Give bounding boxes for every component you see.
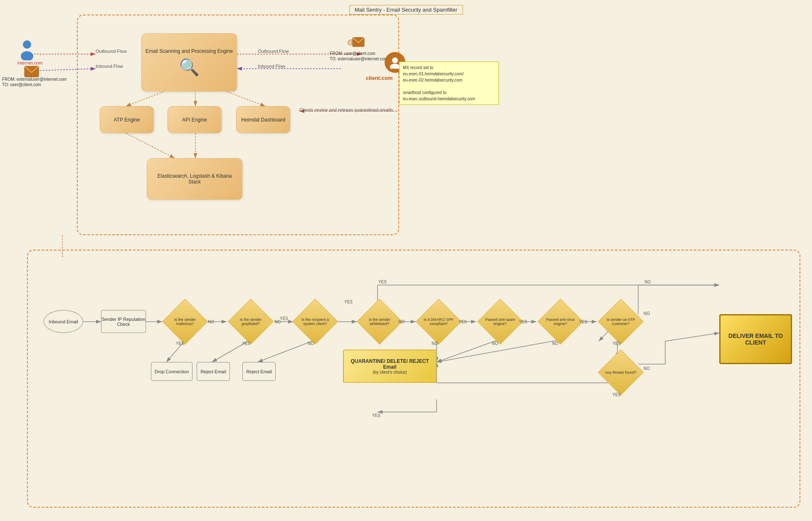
deliver-email-box: DELIVER EMAIL TO CLIENT <box>719 314 792 364</box>
antispam-yes-label: YES <box>519 320 527 324</box>
malicious-yes-label: YES <box>176 341 184 346</box>
svg-point-51 <box>392 57 398 63</box>
threats-no-label: NO <box>644 366 650 371</box>
inbound-flow-left: Inbound Flow <box>96 64 123 69</box>
passed-antispam-container: Passed anti-spam engine? <box>477 303 523 340</box>
atp-engine-label: ATP Engine <box>114 117 140 123</box>
antispam-no-label: NO <box>492 341 498 346</box>
internet-label: internet.com <box>17 60 43 65</box>
atp-engine-box: ATP Engine <box>100 106 154 133</box>
left-from: FROM: externaluser@internet.com <box>2 77 67 82</box>
antivirus-no-label: NO <box>552 341 558 346</box>
dmarc-no-label: NO <box>432 341 438 346</box>
right-to: TO: externaluser@internet.com <box>330 57 387 61</box>
person-icon <box>19 40 35 62</box>
heimdal-dashboard-box: Heimdal Dashboard <box>236 106 290 133</box>
elk-stack-box: Elasticsearch, Logstash & Kibana Stack <box>147 158 242 200</box>
main-title: Mail Sentry - Email Security and Spamfil… <box>349 5 463 15</box>
client-label: client.com <box>366 75 392 81</box>
is-dmarc-container: Is it DMARC/ SPF compliant? <box>416 303 462 340</box>
whitelisted-yes-label: YES <box>344 300 353 304</box>
passed-antivirus-diamond <box>538 299 583 345</box>
scanning-engine-box: Email Scanning and Processing Engine 🔍 <box>141 33 237 92</box>
system-client-yes-label: YES <box>280 316 288 321</box>
outbound-flow-right: Outbound Flow <box>258 49 289 54</box>
is-whitelisted-container: Is the sender whitelisted? <box>357 303 402 340</box>
mx-info-text: MX record set to eu-esec-01.heimdalsecur… <box>403 65 475 101</box>
threats-yes-label: YES <box>612 392 621 397</box>
is-greylisted-diamond <box>228 299 274 345</box>
yes-to-deliver-label: YES <box>378 280 387 284</box>
any-threats-diamond <box>598 350 644 395</box>
antivirus-yes-label: YES <box>579 320 587 324</box>
malicious-no-label: NO <box>208 320 214 324</box>
right-from: FROM: user@client.com <box>330 51 375 56</box>
heimdal-dashboard-label: Heimdal Dashboard <box>241 117 285 123</box>
api-engine-label: API Engine <box>182 117 207 123</box>
quarantine-sub-label: (by client's choice) <box>344 370 436 375</box>
drop-connection-label: Drop Connection <box>155 369 189 374</box>
svg-point-46 <box>23 40 31 49</box>
sender-ip-label: Sender IP Reputation Check <box>101 317 146 327</box>
reject-email-2-box: Reject Email <box>242 362 276 381</box>
search-icon: 🔍 <box>146 57 233 77</box>
dmarc-yes-label: YES <box>459 320 467 324</box>
is-malicious-container: Is the sender malicious? <box>162 303 208 340</box>
atp-yes-label: YES <box>612 341 621 346</box>
is-whitelisted-diamond <box>357 299 402 345</box>
inbound-email-label: Inbound Email <box>49 319 78 324</box>
reject-email-1-box: Reject Email <box>197 362 230 381</box>
greylisted-yes-label: YES <box>242 341 250 346</box>
api-engine-box: API Engine <box>168 106 222 133</box>
is-greylisted-container: Is the sender greylisted? <box>228 303 274 340</box>
system-client-no-label: NO <box>308 341 314 346</box>
atp-no-label: NO <box>644 311 650 316</box>
scanning-engine-label: Email Scanning and Processing Engine <box>146 48 233 54</box>
passed-antispam-diamond <box>477 299 523 345</box>
atp-no-deliver-label: NO <box>644 280 651 284</box>
is-system-client-diamond <box>292 299 338 345</box>
svg-point-47 <box>21 51 33 60</box>
passed-antivirus-container: Passed anti-virus engine? <box>538 303 583 340</box>
is-dmarc-diamond <box>416 299 462 345</box>
quarantine-box: QUARANTINE/ DELETE/ REJECT Email (by cli… <box>343 350 437 383</box>
inbound-flow-right: Inbound Flow <box>258 64 285 69</box>
quarantine-yes-label: YES <box>372 413 380 418</box>
deliver-email-label: DELIVER EMAIL TO CLIENT <box>721 332 791 346</box>
quarantine-label: QUARANTINE/ DELETE/ REJECT Email <box>344 358 436 370</box>
left-to: TO: user@client.com <box>2 82 41 87</box>
is-atp-diamond <box>598 299 644 345</box>
drop-connection-box: Drop Connection <box>151 362 193 381</box>
mx-info-box: MX record set to eu-esec-01.heimdalsecur… <box>399 62 499 105</box>
inbound-email-oval: Inbound Email <box>44 310 83 333</box>
any-threats-container: Any threats found? <box>598 354 644 391</box>
is-malicious-diamond <box>162 299 208 345</box>
svg-point-52 <box>390 64 400 69</box>
outbound-flow-left: Outbound Flow <box>96 49 127 54</box>
whitelisted-no-label: NO <box>398 320 405 324</box>
is-system-client-container: Is the recipient a system client? <box>292 303 338 340</box>
reject-email-2-label: Reject Email <box>246 369 272 374</box>
clients-review-label: Clients review and release quarantined e… <box>299 107 393 112</box>
is-atp-container: Is sender an ATP customer? <box>598 303 644 340</box>
reject-email-1-label: Reject Email <box>200 369 226 374</box>
elk-stack-label: Elasticsearch, Logstash & Kibana Stack <box>151 173 239 185</box>
sender-ip-box: Sender IP Reputation Check <box>101 310 146 333</box>
